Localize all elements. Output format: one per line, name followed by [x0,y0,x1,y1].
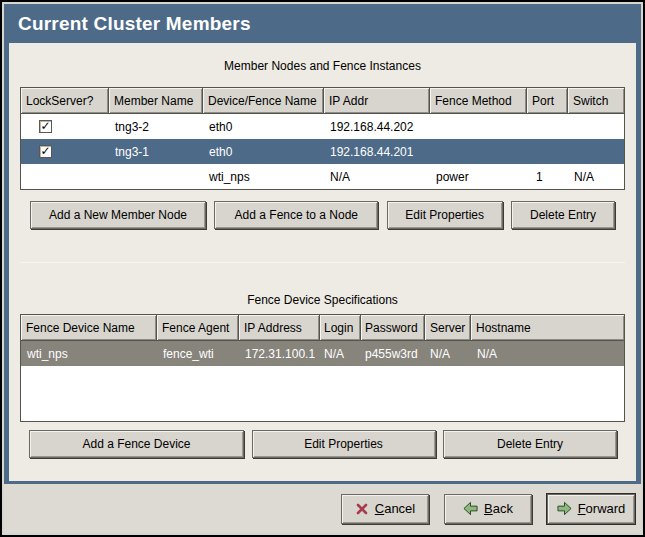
add-fence-to-node-button[interactable]: Add a Fence to a Node [214,201,378,229]
fence-device-row-wti-nps-selected[interactable]: wti_nps fence_wti 172.31.100.1 N/A p455w… [21,341,624,366]
dialog-window: Current Cluster Members Member Nodes and… [0,0,645,537]
fence-instance-row-wti-nps[interactable]: wti_nps N/A power 1 N/A [21,164,624,189]
cell-fence-method [430,139,527,164]
col-header-port[interactable]: Port [527,88,568,114]
cell-fence-method [430,114,527,139]
cancel-label: Cancel [375,501,415,516]
cell-ip-address: 172.31.100.1 [239,341,320,366]
col-header-password[interactable]: Password [361,315,425,341]
delete-entry-button[interactable]: Delete Entry [443,430,617,458]
col-header-member-name[interactable]: Member Name [109,88,203,114]
lockserver-checkbox[interactable]: ✓ [39,120,52,133]
cell-hostname: N/A [471,341,624,366]
members-table-header: LockServer? Member Name Device/Fence Nam… [21,88,624,114]
back-button[interactable]: Back [444,494,532,524]
cell-device-fence-name: wti_nps [203,164,324,189]
edit-properties-button[interactable]: Edit Properties [252,430,436,458]
add-new-member-node-button[interactable]: Add a New Member Node [30,201,206,229]
cell-member-name [109,164,203,189]
col-header-ip-addr[interactable]: IP Addr [324,88,430,114]
cell-fence-method: power [430,164,527,189]
col-header-fence-device-name[interactable]: Fence Device Name [21,315,157,341]
cell-ip-addr: N/A [324,164,430,189]
cancel-x-icon [355,502,369,516]
col-header-hostname[interactable]: Hostname [471,315,624,341]
window-frame: Current Cluster Members Member Nodes and… [2,2,643,535]
forward-arrow-icon [557,501,572,516]
table-empty-area [21,366,624,421]
members-table-title: Member Nodes and Fence Instances [20,59,625,73]
fence-table-header: Fence Device Name Fence Agent IP Address… [21,315,624,341]
cell-ip-addr: 192.168.44.202 [324,114,430,139]
cell-ip-addr: 192.168.44.201 [324,139,430,164]
cell-fence-agent: fence_wti [157,341,239,366]
back-label: Back [484,501,513,516]
cell-password: p455w3rd [361,341,425,366]
section-separator [20,262,625,263]
col-header-fence-agent[interactable]: Fence Agent [157,315,239,341]
col-header-lockserver[interactable]: LockServer? [21,88,109,114]
cell-port: 1 [527,164,568,189]
add-fence-device-button[interactable]: Add a Fence Device [29,430,244,458]
titlebar: Current Cluster Members [9,4,636,43]
cell-switch [568,114,624,139]
cell-device-fence-name: eth0 [203,114,324,139]
page-title: Current Cluster Members [18,13,251,35]
cell-port [527,114,568,139]
action-bar: Cancel Back Forward [4,484,641,533]
cancel-button[interactable]: Cancel [341,494,429,524]
fence-devices-table: Fence Device Name Fence Agent IP Address… [20,314,625,422]
forward-label: Forward [578,501,626,516]
col-header-login[interactable]: Login [320,315,361,341]
content-area: Member Nodes and Fence Instances LockSer… [9,43,636,481]
member-row-tng3-1-selected[interactable]: ✓ tng3-1 eth0 192.168.44.201 [21,139,624,164]
back-arrow-icon [463,501,478,516]
forward-button[interactable]: Forward [547,494,635,524]
fence-button-row: Add a Fence Device Edit Properties Delet… [29,430,617,458]
edit-properties-button[interactable]: Edit Properties [387,201,503,229]
delete-entry-button[interactable]: Delete Entry [511,201,615,229]
cell-switch [568,139,624,164]
fence-table-title: Fence Device Specifications [20,293,625,307]
cell-port [527,139,568,164]
cell-device-fence-name: eth0 [203,139,324,164]
cell-member-name: tng3-1 [109,139,203,164]
lockserver-checkbox[interactable]: ✓ [39,145,52,158]
cell-switch: N/A [568,164,624,189]
cell-member-name: tng3-2 [109,114,203,139]
wizard-panel: Current Cluster Members Member Nodes and… [4,4,641,484]
col-header-server[interactable]: Server [425,315,471,341]
col-header-fence-method[interactable]: Fence Method [430,88,527,114]
members-table: LockServer? Member Name Device/Fence Nam… [20,87,625,190]
col-header-switch[interactable]: Switch [568,88,624,114]
cell-server: N/A [425,341,471,366]
cell-login: N/A [320,341,361,366]
col-header-device-fence-name[interactable]: Device/Fence Name [203,88,324,114]
members-button-row: Add a New Member Node Add a Fence to a N… [30,201,615,229]
member-row-tng3-2[interactable]: ✓ tng3-2 eth0 192.168.44.202 [21,114,624,139]
cell-fence-device-name: wti_nps [21,341,157,366]
col-header-ip-address[interactable]: IP Address [239,315,320,341]
